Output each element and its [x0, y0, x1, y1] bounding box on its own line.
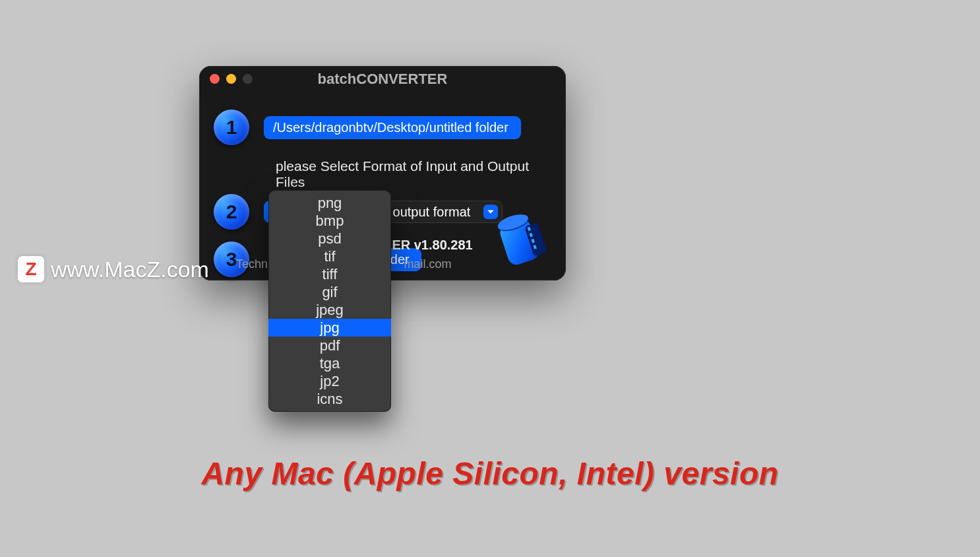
- format-option-jpeg[interactable]: jpeg: [268, 301, 391, 319]
- source-path-text: /Users/dragonbtv/Desktop/untitled folder: [273, 120, 508, 135]
- format-option-icns[interactable]: icns: [268, 390, 391, 408]
- format-option-bmp[interactable]: bmp: [268, 212, 391, 230]
- format-option-jpg[interactable]: jpg: [268, 319, 391, 337]
- input-format-dropdown[interactable]: pngbmppsdtiftiffgifjpegjpgpdftgajp2icns: [268, 190, 391, 412]
- format-instruction: please Select Format of Input and Output…: [276, 158, 551, 190]
- format-option-jp2[interactable]: jp2: [268, 372, 391, 390]
- format-option-gif[interactable]: gif: [268, 283, 391, 301]
- format-option-pdf[interactable]: pdf: [268, 337, 391, 354]
- output-format-placeholder: output format: [393, 205, 471, 220]
- window-title: batchCONVERTER: [318, 71, 448, 88]
- close-icon[interactable]: [210, 74, 220, 84]
- watermark: Z www.MacZ.com: [18, 256, 209, 282]
- step-1-icon: 1: [214, 110, 249, 145]
- format-option-tif[interactable]: tif: [268, 247, 391, 265]
- source-path-field[interactable]: /Users/dragonbtv/Desktop/untitled folder: [264, 116, 521, 139]
- watermark-badge-icon: Z: [18, 256, 44, 282]
- minimize-icon[interactable]: [226, 74, 236, 84]
- zoom-disabled-icon: [243, 74, 253, 84]
- format-option-png[interactable]: png: [268, 194, 391, 212]
- tagline-text: Any Mac (Apple Silicon, Intel) version: [0, 455, 980, 492]
- titlebar: batchCONVERTER: [199, 66, 566, 92]
- format-option-tiff[interactable]: tiff: [268, 265, 391, 283]
- step-2-icon: 2: [214, 194, 249, 230]
- format-option-psd[interactable]: psd: [268, 230, 391, 247]
- format-option-tga[interactable]: tga: [268, 354, 391, 372]
- step-1-row: 1 /Users/dragonbtv/Desktop/untitled fold…: [214, 110, 551, 145]
- watermark-text: www.MacZ.com: [51, 257, 209, 282]
- traffic-lights: [210, 74, 253, 84]
